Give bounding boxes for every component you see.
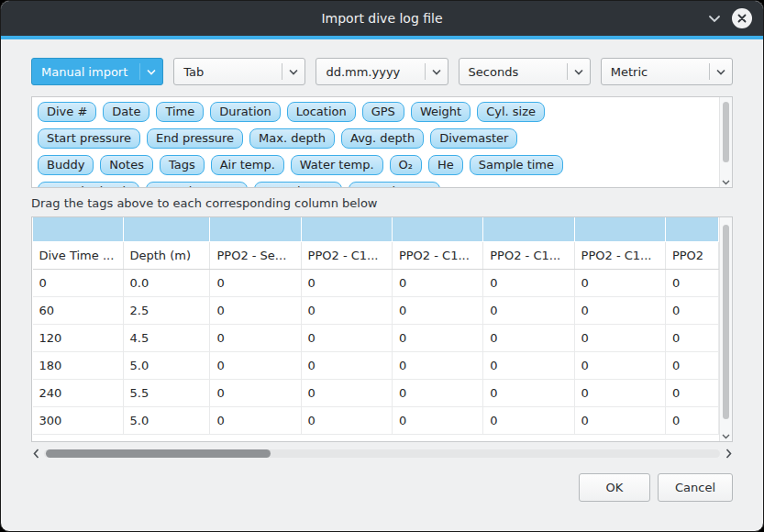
column-drop-target[interactable] [392,217,482,241]
scrollbar-handle[interactable] [723,225,729,419]
drag-tag[interactable]: Notes [100,155,153,175]
drag-tag[interactable]: Sample pO₂ [254,182,343,188]
chevron-down-icon [710,69,732,75]
table-cell: 0 [392,269,482,296]
table-cell: 0 [483,351,574,379]
drag-tag[interactable]: Buddy [38,155,94,175]
drag-tag[interactable]: Date [103,102,149,122]
table-cell: 0 [301,296,392,324]
column-header: PPO2 - C1... [301,241,392,269]
chevron-down-icon[interactable] [720,180,732,185]
table-cell: 0 [301,379,392,406]
tags-scrollbar[interactable] [719,97,732,187]
column-drop-target[interactable] [665,217,718,241]
column-drop-target[interactable] [210,217,301,241]
chevron-left-icon[interactable] [31,449,40,459]
units-select[interactable]: Metric [601,58,733,85]
table-cell: 180 [33,351,124,379]
drag-tag[interactable]: Time [156,102,204,122]
time-format-select[interactable]: Seconds [459,58,591,85]
combo-value: Metric [602,65,709,79]
combo-value: Manual import [32,65,139,79]
tags-panel: Dive #DateTimeDurationLocationGPSWeightC… [31,96,733,188]
column-drop-target[interactable] [301,217,392,241]
table-horizontal-scrollbar[interactable] [31,447,733,460]
table-row: 602.5000000 [33,296,719,324]
table-cell: 0 [574,269,665,296]
table-cell: 0 [665,324,718,351]
chevron-down-icon [426,69,448,75]
dialog-footer: OK Cancel [31,473,733,502]
titlebar[interactable]: Import dive log file [1,1,763,36]
drag-tag[interactable]: Location [287,102,356,122]
preview-table: Dive Time ...Depth (m)PPO2 - Se...PPO2 -… [32,217,719,435]
drag-tag[interactable]: Dive # [38,102,96,122]
column-header: PPO2 - C1... [392,241,482,269]
table-cell: 0 [392,379,482,406]
table-viewport: Dive Time ...Depth (m)PPO2 - Se...PPO2 -… [32,217,719,441]
titlebar-buttons [708,8,752,28]
import-mode-select[interactable]: Manual import [31,58,163,85]
drag-tag[interactable]: Divemaster [430,128,517,149]
window-title: Import dive log file [1,11,763,26]
table-row: 1805.0000000 [33,351,719,379]
instruction-text: Drag the tags above to each correspondin… [31,196,733,210]
scrollbar-track[interactable] [44,449,720,458]
drag-tag[interactable]: Weight [411,102,471,122]
scrollbar-handle[interactable] [46,449,271,458]
date-format-select[interactable]: dd.mm.yyyy [316,58,448,85]
column-drop-target[interactable] [483,217,574,241]
drag-tag[interactable]: Cyl. size [477,102,545,122]
close-icon[interactable] [732,8,752,28]
drag-tag[interactable]: Sample time [470,155,563,175]
table-cell: 240 [33,379,124,406]
table-cell: 0 [210,296,301,324]
table-scrollbar[interactable] [719,217,732,441]
chevron-down-icon[interactable] [720,434,732,439]
table-cell: 0 [483,379,574,406]
drag-tag[interactable]: Sample CNS [349,182,440,188]
table-cell: 5.0 [123,406,210,434]
table-header-row: Dive Time ...Depth (m)PPO2 - Se...PPO2 -… [33,241,719,269]
cancel-button[interactable]: Cancel [658,473,733,502]
table-cell: 0 [483,296,574,324]
combo-value: Tab [174,65,282,79]
combo-value: dd.mm.yyyy [316,65,424,79]
drag-tag[interactable]: Tags [160,155,205,175]
table-cell: 0.0 [123,269,210,296]
drag-tag[interactable]: Air temp. [211,155,284,175]
column-header: PPO2 [665,241,718,269]
column-drop-target[interactable] [574,217,665,241]
drag-tag[interactable]: Sample temp. [146,182,248,188]
table-cell: 0 [665,269,718,296]
drag-tag[interactable]: O₂ [390,155,422,175]
chevron-down-icon [282,69,304,75]
table-cell: 0 [210,351,301,379]
import-dive-log-dialog: Import dive log file Manual import Tab [0,0,764,532]
drag-tag[interactable]: Duration [210,102,280,122]
table-cell: 0 [483,324,574,351]
column-drop-target[interactable] [33,217,124,241]
table-cell: 0 [665,351,718,379]
drag-tag[interactable]: Water temp. [291,155,383,175]
scrollbar-handle[interactable] [723,102,729,162]
drag-tag[interactable]: Start pressure [38,128,140,149]
drag-tag[interactable]: GPS [362,102,404,122]
table-cell: 0 [665,379,718,406]
column-drop-target[interactable] [123,217,210,241]
drag-tag[interactable]: End pressure [147,128,243,149]
drag-tag[interactable]: He [428,155,463,175]
dialog-body: Manual import Tab dd.mm.yyyy [1,39,763,502]
chevron-right-icon[interactable] [724,449,733,459]
chevron-down-icon[interactable] [708,15,721,23]
table-cell: 0 [574,379,665,406]
import-options-row: Manual import Tab dd.mm.yyyy [31,58,733,85]
drag-tag[interactable]: Sample depth [38,182,139,188]
drag-tag[interactable]: Avg. depth [341,128,424,149]
drag-tag[interactable]: Max. depth [249,128,335,149]
drop-target-row [33,217,719,241]
table-cell: 0 [665,296,718,324]
ok-button[interactable]: OK [579,473,650,502]
field-separator-select[interactable]: Tab [173,58,305,85]
table-cell: 0 [392,324,482,351]
